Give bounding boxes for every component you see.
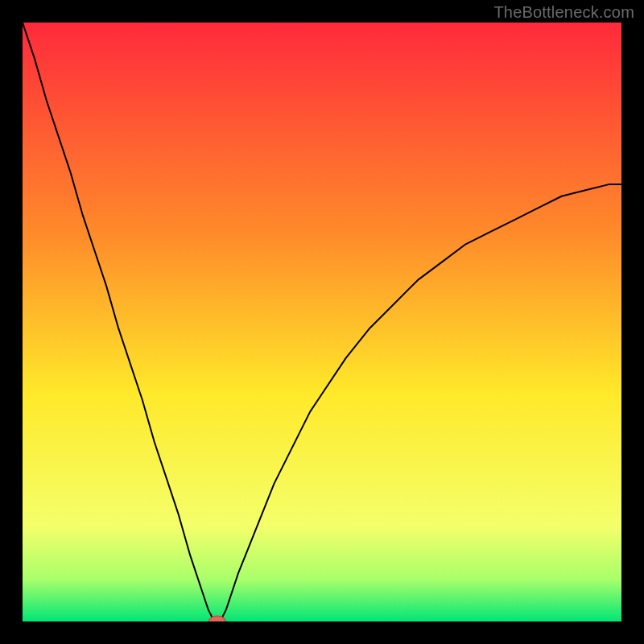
chart-background-gradient (23, 23, 621, 621)
bottleneck-chart (23, 23, 621, 621)
chart-container: { "watermark": "TheBottleneck.com", "col… (0, 0, 644, 644)
watermark-text: TheBottleneck.com (493, 3, 634, 22)
